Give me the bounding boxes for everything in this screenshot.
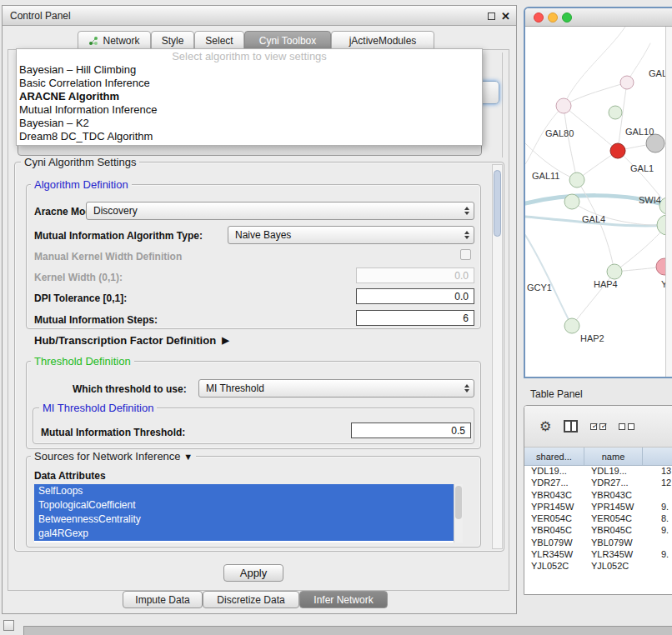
mi-steps-input[interactable]: 6	[356, 310, 474, 326]
table-cell: 12	[643, 478, 672, 489]
stepper-icon	[460, 384, 474, 392]
table-cell: YLR345W	[584, 549, 643, 561]
table-body: YDL19...YDL19...13YDR27...YDR27...12YBR0…	[524, 466, 672, 573]
bottom-tab-impute-data[interactable]: Impute Data	[123, 591, 203, 608]
select-all-icon[interactable]	[590, 423, 606, 430]
control-panel-window: Control Panel ✕ Network Style Select Cyn	[2, 5, 517, 614]
tab-style[interactable]: Style	[151, 31, 194, 50]
mi-type-label: Mutual Information Algorithm Type:	[34, 230, 203, 242]
table-row[interactable]: YDL19...YDL19...13	[524, 466, 672, 478]
network-node[interactable]	[564, 194, 579, 209]
aracne-mode-select[interactable]: Discovery	[86, 202, 474, 220]
close-traffic-button[interactable]	[534, 12, 544, 22]
gear-icon[interactable]: ⚙	[539, 420, 551, 433]
network-node[interactable]	[620, 76, 634, 89]
network-node[interactable]	[610, 143, 625, 158]
attribute-list-item[interactable]: TopologicalCoefficient	[34, 498, 454, 512]
tab-network[interactable]: Network	[78, 31, 151, 50]
mi-threshold-input[interactable]: 0.5	[351, 422, 471, 438]
table-row[interactable]: YBR045CYBR045C9.	[524, 525, 672, 537]
scrollbar-thumb[interactable]	[494, 170, 501, 237]
tab-cyni-toolbox[interactable]: Cyni Toolbox	[244, 31, 331, 50]
network-canvas[interactable]: GALGAL80GAL10GAL11GAL1SWI4GAL4GCY1HAP4YH…	[525, 27, 672, 378]
minimized-panel-icon[interactable]	[3, 620, 14, 631]
algorithm-option[interactable]: Bayesian – K2	[17, 117, 482, 130]
stepper-icon	[460, 231, 474, 239]
tab-select[interactable]: Select	[194, 31, 244, 50]
column-header-shared-name[interactable]: shared...	[524, 448, 584, 465]
bottom-scrollbar[interactable]	[23, 626, 672, 635]
column-header-name[interactable]: name	[584, 448, 643, 465]
table-row[interactable]: YPR145WYPR145W9.	[524, 502, 672, 513]
algorithm-definition-title: Algorithm Definition	[31, 178, 132, 191]
table-cell	[643, 538, 672, 549]
tab-label: jActiveModules	[349, 35, 417, 47]
float-window-icon[interactable]	[488, 12, 495, 20]
close-icon[interactable]: ✕	[501, 11, 510, 22]
table-cell: YBL079W	[584, 538, 643, 549]
mi-type-select[interactable]: Naive Bayes	[228, 226, 474, 244]
attribute-list-item[interactable]: gal4RGexp	[34, 527, 454, 541]
table-cell: YDR27...	[584, 478, 643, 489]
network-node[interactable]	[569, 172, 584, 188]
hub-section-toggle[interactable]: Hub/Transcription Factor Definition ▶	[34, 334, 229, 347]
table-cell: YDL19...	[524, 466, 584, 478]
attribute-list[interactable]: SelfLoopsTopologicalCoefficientBetweenne…	[34, 484, 463, 542]
network-node[interactable]	[646, 134, 664, 152]
tab-label: Network	[103, 35, 139, 47]
node-label: SWI4	[639, 195, 661, 205]
table-row[interactable]: YDR27...YDR27...12	[524, 478, 672, 489]
kernel-width-input[interactable]: 0.0	[356, 268, 474, 283]
manual-kernel-checkbox[interactable]	[460, 249, 471, 260]
table-panel-window: ⚙ shared... name YDL19...YDL19...13YDR27…	[524, 405, 672, 595]
sources-section-toggle[interactable]: Sources for Network Inference ▼	[31, 450, 196, 462]
node-label: HAP4	[594, 279, 618, 289]
table-row[interactable]: YLR345WYLR345W9.	[524, 549, 672, 561]
which-threshold-label: Which threshold to use:	[73, 383, 187, 395]
table-row[interactable]: YBR043CYBR043C	[524, 490, 672, 502]
control-panel-titlebar: Control Panel ✕	[3, 6, 516, 26]
table-row[interactable]: YBL079WYBL079W	[524, 538, 672, 549]
network-node[interactable]	[607, 264, 622, 279]
table-row[interactable]: YER054CYER054C8.	[524, 513, 672, 525]
bottom-tab-discretize-data[interactable]: Discretize Data	[203, 591, 299, 608]
table-cell	[643, 490, 672, 502]
network-edge	[564, 82, 627, 106]
zoom-traffic-button[interactable]	[562, 12, 572, 22]
algorithm-option[interactable]: ARACNE Algorithm	[17, 90, 482, 103]
column-header-extra[interactable]	[643, 448, 672, 465]
window-title: Control Panel	[3, 10, 71, 22]
dpi-tolerance-input[interactable]: 0.0	[356, 288, 474, 304]
algorithm-option[interactable]: Bayesian – Hill Climbing	[17, 63, 482, 77]
algorithm-option[interactable]: Mutual Information Inference	[17, 103, 482, 117]
mi-threshold-label: Mutual Information Threshold:	[41, 427, 185, 438]
scrollbar-thumb[interactable]	[455, 486, 462, 519]
algorithm-option[interactable]: Basic Correlation Inference	[17, 77, 482, 90]
algorithm-option[interactable]: Dream8 DC_TDC Algorithm	[17, 130, 482, 143]
network-node[interactable]	[564, 318, 579, 333]
attribute-list-item[interactable]: BetweennessCentrality	[34, 512, 454, 527]
columns-icon[interactable]	[564, 420, 578, 432]
list-scrollbar[interactable]	[454, 484, 463, 542]
attribute-list-item[interactable]: SelfLoops	[34, 484, 454, 498]
table-panel-title: Table Panel	[530, 388, 583, 400]
table-row[interactable]: YJL052CYJL052C	[524, 561, 672, 572]
network-node[interactable]	[609, 106, 622, 119]
table-cell: 8.	[643, 513, 672, 525]
dpi-tolerance-label: DPI Tolerance [0,1]:	[34, 292, 127, 304]
table-header: shared... name	[524, 448, 672, 466]
table-cell: YLR345W	[524, 549, 584, 561]
node-label: GAL11	[532, 171, 559, 181]
network-scrollbar[interactable]	[665, 27, 672, 378]
minimize-traffic-button[interactable]	[548, 12, 558, 22]
deselect-all-icon[interactable]	[619, 423, 634, 430]
settings-scrollbar[interactable]	[492, 164, 503, 549]
sources-title: Sources for Network Inference	[34, 450, 181, 462]
tab-label: Cyni Toolbox	[259, 35, 316, 47]
apply-button[interactable]: Apply	[223, 564, 283, 582]
settings-group-title: Cyni Algorithm Settings	[21, 156, 139, 168]
network-node[interactable]	[556, 98, 571, 113]
bottom-tab-infer-network[interactable]: Infer Network	[299, 591, 388, 608]
tab-jactivemodules[interactable]: jActiveModules	[331, 31, 434, 50]
which-threshold-select[interactable]: MI Threshold	[198, 379, 474, 398]
